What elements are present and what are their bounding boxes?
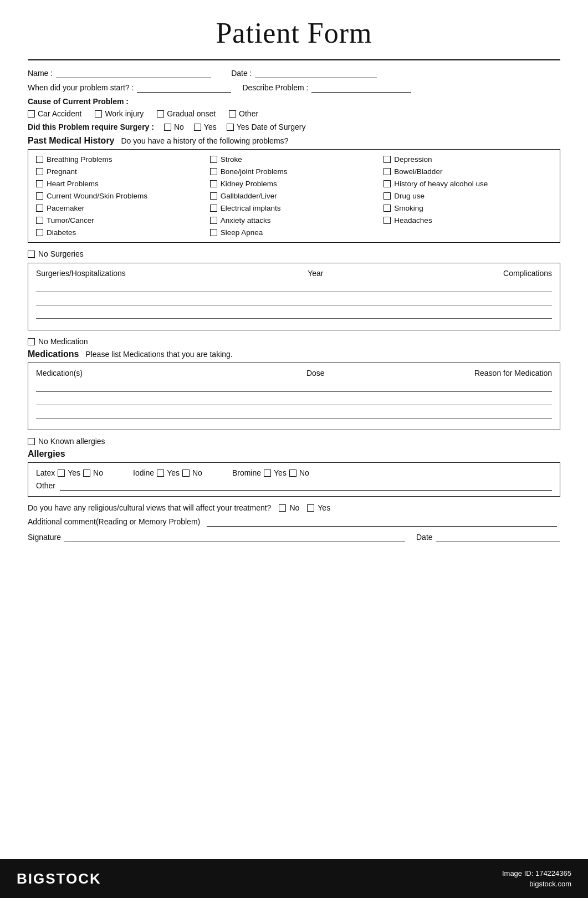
bromine-yes-checkbox[interactable] <box>264 470 271 477</box>
pmh-anxiety-checkbox[interactable] <box>210 217 217 224</box>
pmh-smoking-checkbox[interactable] <box>384 205 391 212</box>
surgeries-row1-col3[interactable] <box>380 282 552 292</box>
pmh-pacemaker[interactable]: Pacemaker <box>36 204 204 212</box>
pmh-depression[interactable]: Depression <box>384 155 552 164</box>
medications-row2-col1[interactable] <box>36 395 251 405</box>
no-surgeries-row[interactable]: No Surgeries <box>28 249 560 258</box>
surgeries-row2-col2[interactable] <box>251 295 380 305</box>
religious-yes-checkbox[interactable] <box>307 504 314 512</box>
pmh-electrical-implants[interactable]: Electrical implants <box>210 204 379 212</box>
pmh-bone-joint-checkbox[interactable] <box>210 168 217 175</box>
surgeries-row1-col2[interactable] <box>251 282 380 292</box>
cause-work-injury[interactable]: Work injury <box>95 109 144 118</box>
other-allergy-label: Other <box>36 481 55 490</box>
other-allergy-input[interactable] <box>60 481 552 491</box>
name-input[interactable] <box>56 68 211 78</box>
pmh-gallbladder[interactable]: Gallbladder/Liver <box>210 192 379 200</box>
pmh-smoking[interactable]: Smoking <box>384 204 552 212</box>
surgeries-row1-col1[interactable] <box>36 282 251 292</box>
signature-input[interactable] <box>64 532 405 542</box>
medications-row1-col1[interactable] <box>36 382 251 392</box>
pmh-heart-problems[interactable]: Heart Problems <box>36 180 204 188</box>
date-input[interactable] <box>255 68 377 78</box>
latex-no-checkbox[interactable] <box>83 470 90 477</box>
surgery-no[interactable]: No <box>164 123 184 131</box>
pmh-electrical-implants-checkbox[interactable] <box>210 205 217 212</box>
cause-car-accident[interactable]: Car Accident <box>28 109 81 118</box>
no-medication-checkbox[interactable] <box>28 338 35 345</box>
bromine-no-checkbox[interactable] <box>289 470 296 477</box>
pmh-breathing-problems-checkbox[interactable] <box>36 156 43 163</box>
date-input[interactable] <box>436 532 560 542</box>
pmh-anxiety[interactable]: Anxiety attacks <box>210 216 379 225</box>
describe-input[interactable] <box>311 83 411 93</box>
pmh-bowel-bladder[interactable]: Bowel/Bladder <box>384 167 552 176</box>
additional-comment-input[interactable] <box>207 517 557 527</box>
medications-row1-col3[interactable] <box>380 382 552 392</box>
no-allergies-checkbox[interactable] <box>28 438 35 445</box>
pmh-stroke-checkbox[interactable] <box>210 156 217 163</box>
medications-row1-col2[interactable] <box>251 382 380 392</box>
surgery-yes-checkbox[interactable] <box>194 124 201 131</box>
pmh-stroke[interactable]: Stroke <box>210 155 379 164</box>
pmh-heavy-alcohol-checkbox[interactable] <box>384 180 391 187</box>
cause-other-checkbox[interactable] <box>229 110 236 118</box>
pmh-pregnant-checkbox[interactable] <box>36 168 43 175</box>
medications-row2-col3[interactable] <box>380 395 552 405</box>
surgery-no-checkbox[interactable] <box>164 124 171 131</box>
pmh-tumor-cancer[interactable]: Tumor/Cancer <box>36 216 204 225</box>
surgery-yes-date[interactable]: Yes Date of Surgery <box>227 123 306 131</box>
cause-gradual-onset[interactable]: Gradual onset <box>157 109 216 118</box>
medications-row3-col3[interactable] <box>380 409 552 419</box>
pmh-headaches[interactable]: Headaches <box>384 216 552 225</box>
pmh-headaches-checkbox[interactable] <box>384 217 391 224</box>
no-medication-row[interactable]: No Medication <box>28 337 560 346</box>
surgery-yes[interactable]: Yes <box>194 123 217 131</box>
pmh-bowel-bladder-checkbox[interactable] <box>384 168 391 175</box>
pmh-wound-skin-checkbox[interactable] <box>36 192 43 200</box>
pmh-kidney-problems[interactable]: Kidney Problems <box>210 180 379 188</box>
pmh-bone-joint[interactable]: Bone/joint Problems <box>210 167 379 176</box>
medications-row3-col1[interactable] <box>36 409 251 419</box>
cause-other[interactable]: Other <box>229 109 258 118</box>
pmh-sleep-apnea-checkbox[interactable] <box>210 229 217 236</box>
religious-no-checkbox[interactable] <box>279 504 286 512</box>
latex-yes-checkbox[interactable] <box>58 470 65 477</box>
cause-work-injury-checkbox[interactable] <box>95 110 102 118</box>
surgeries-row3-col3[interactable] <box>380 309 552 319</box>
pmh-pregnant[interactable]: Pregnant <box>36 167 204 176</box>
no-surgeries-checkbox[interactable] <box>28 251 35 258</box>
pmh-kidney-problems-checkbox[interactable] <box>210 180 217 187</box>
pmh-heavy-alcohol[interactable]: History of heavy alcohol use <box>384 180 552 188</box>
pmh-pacemaker-checkbox[interactable] <box>36 205 43 212</box>
medications-row2-col2[interactable] <box>251 395 380 405</box>
surgery-yes-date-checkbox[interactable] <box>227 124 234 131</box>
additional-comment-label: Additional comment(Reading or Memory Pro… <box>28 517 200 526</box>
surgeries-row3-col2[interactable] <box>251 309 380 319</box>
pmh-breathing-problems[interactable]: Breathing Problems <box>36 155 204 164</box>
pmh-grid: Breathing Problems Stroke Depression Pre… <box>36 155 552 237</box>
cause-gradual-onset-checkbox[interactable] <box>157 110 164 118</box>
medications-title: Medications <box>28 349 79 359</box>
pmh-heart-problems-checkbox[interactable] <box>36 180 43 187</box>
pmh-wound-skin[interactable]: Current Wound/Skin Problems <box>36 192 204 200</box>
iodine-no-checkbox[interactable] <box>182 470 190 477</box>
no-allergies-row[interactable]: No Known allergies <box>28 437 560 446</box>
iodine-yes-checkbox[interactable] <box>157 470 164 477</box>
pmh-drug-use-checkbox[interactable] <box>384 192 391 200</box>
when-input[interactable] <box>137 83 231 93</box>
medications-row3-col2[interactable] <box>251 409 380 419</box>
pmh-drug-use[interactable]: Drug use <box>384 192 552 200</box>
pmh-diabetes[interactable]: Diabetes <box>36 228 204 237</box>
cause-car-accident-checkbox[interactable] <box>28 110 35 118</box>
medications-col3-header: Reason for Medication <box>380 369 552 377</box>
pmh-gallbladder-checkbox[interactable] <box>210 192 217 200</box>
pmh-diabetes-checkbox[interactable] <box>36 229 43 236</box>
surgeries-row2-col3[interactable] <box>380 295 552 305</box>
pmh-depression-checkbox[interactable] <box>384 156 391 163</box>
surgeries-row2-col1[interactable] <box>36 295 251 305</box>
surgeries-row3-col1[interactable] <box>36 309 251 319</box>
iodine-yes-label: Yes <box>167 468 180 477</box>
pmh-tumor-cancer-checkbox[interactable] <box>36 217 43 224</box>
pmh-sleep-apnea[interactable]: Sleep Apnea <box>210 228 379 237</box>
